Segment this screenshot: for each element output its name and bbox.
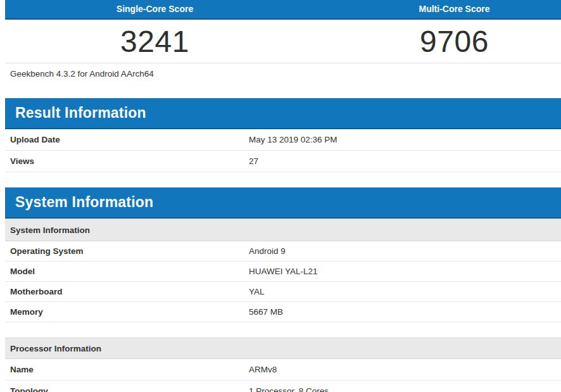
subheader-processor-information: Processor Information	[5, 338, 561, 359]
row-value: 5667 MB	[249, 307, 283, 317]
row-label: Motherboard	[10, 287, 249, 296]
row-value: Android 9	[249, 246, 286, 256]
table-row-views: Views 27	[5, 151, 561, 172]
row-label: Views	[10, 156, 249, 166]
section-title: Result Information	[15, 104, 146, 122]
row-label: Upload Date	[10, 135, 249, 144]
single-core-score-value: 3241	[5, 24, 305, 59]
score-header-bar: Single-Core Score Multi-Core Score	[5, 0, 561, 20]
subheader-label: System Information	[10, 225, 90, 235]
table-row-model: Model HUAWEI YAL-L21	[5, 262, 561, 282]
multi-core-score-label: Multi-Core Score	[305, 0, 561, 18]
section-header-system-information: System Information	[5, 187, 561, 218]
row-value: 1 Processor, 8 Cores	[249, 386, 329, 392]
row-value: May 13 2019 02:36 PM	[249, 135, 337, 144]
subheader-label: Processor Information	[10, 344, 101, 353]
row-value: 27	[249, 156, 258, 166]
table-row-operating-system: Operating System Android 9	[5, 241, 561, 262]
row-label: Operating System	[10, 246, 249, 256]
table-row-topology: Topology 1 Processor, 8 Cores	[5, 381, 561, 392]
section-header-result-information: Result Information	[5, 98, 561, 129]
score-values-row: 3241 9706	[5, 20, 561, 63]
row-label: Topology	[10, 386, 249, 392]
system-information-table: Operating System Android 9 Model HUAWEI …	[5, 241, 561, 322]
row-value: HUAWEI YAL-L21	[249, 267, 318, 276]
table-row-memory: Memory 5667 MB	[5, 302, 561, 322]
row-label: Model	[10, 267, 249, 276]
result-information-table: Upload Date May 13 2019 02:36 PM Views 2…	[5, 129, 561, 172]
row-value: YAL	[249, 287, 265, 296]
multi-core-score-value: 9706	[305, 24, 561, 59]
row-value: ARMv8	[249, 365, 277, 374]
benchmark-version-note: Geekbench 4.3.2 for Android AArch64	[5, 69, 561, 79]
row-label: Memory	[10, 307, 249, 317]
processor-information-table: Name ARMv8 Topology 1 Processor, 8 Cores	[5, 359, 561, 392]
section-title: System Information	[15, 194, 153, 211]
subheader-system-information: System Information	[5, 218, 561, 241]
table-row-upload-date: Upload Date May 13 2019 02:36 PM	[5, 129, 561, 151]
row-label: Name	[10, 365, 249, 374]
table-row-motherboard: Motherboard YAL	[5, 282, 561, 302]
geekbench-result-panel: Single-Core Score Multi-Core Score 3241 …	[5, 0, 561, 392]
single-core-score-label: Single-Core Score	[5, 0, 305, 18]
table-row-name: Name ARMv8	[5, 359, 561, 381]
